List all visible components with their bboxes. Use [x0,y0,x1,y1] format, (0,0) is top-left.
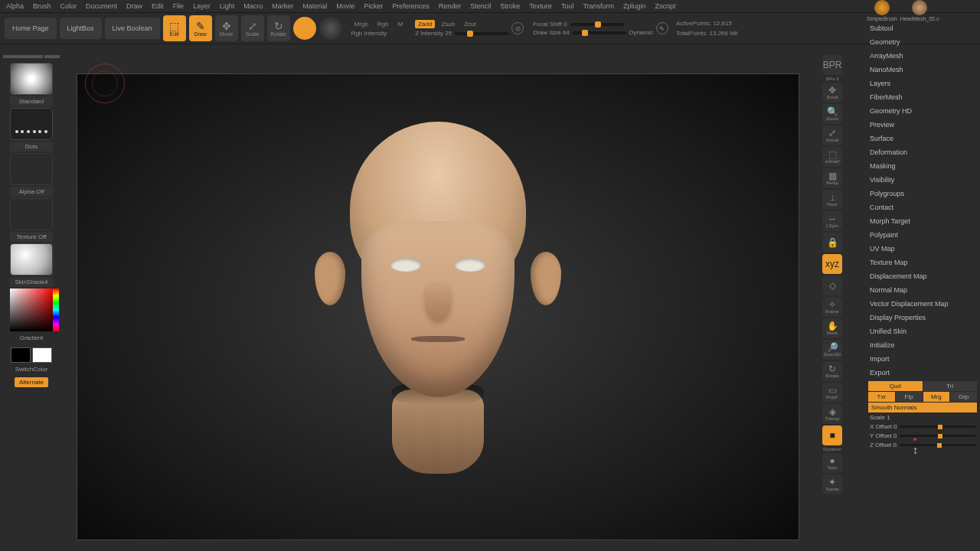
section-layers[interactable]: Layers [865,77,980,90]
menu-zplugin[interactable]: Zplugin [623,2,646,10]
texture-thumbnail[interactable] [10,198,53,230]
section-polypaint[interactable]: Polypaint [865,228,980,242]
zcut-toggle[interactable]: Zcut [461,20,479,28]
menu-color[interactable]: Color [60,2,77,10]
section-morph-target[interactable]: Morph Target [865,214,980,228]
menu-transform[interactable]: Transform [583,2,614,10]
menu-alpha[interactable]: Alpha [6,2,24,10]
viewport-rotate-button[interactable]: ↻Rotate [822,361,842,381]
alpha-thumbnail[interactable] [10,153,53,185]
material-swatch[interactable] [319,17,342,40]
viewport-zoom-button[interactable]: 🔍Zoom [822,104,842,124]
menu-layer[interactable]: Layer [193,2,211,10]
secondary-color-swatch[interactable] [11,347,31,363]
menu-brush[interactable]: Brush [33,2,51,10]
section-texture-map[interactable]: Texture Map [865,256,980,269]
brush-thumbnail[interactable] [10,63,53,95]
viewport-polyf-button[interactable]: ▭PolyF [822,383,842,403]
hue-slider[interactable] [53,289,59,331]
viewport-actual-button[interactable]: ⤢Actual [822,126,842,145]
section-subtool[interactable]: Subtool [865,21,980,35]
section-preview[interactable]: Preview [865,118,980,132]
viewport-floor-button[interactable]: ⟂Floor [822,190,842,210]
m-toggle[interactable]: M [395,20,407,28]
mrgb-toggle[interactable]: Mrgb [351,20,371,28]
section-display-properties[interactable]: Display Properties [865,311,980,324]
dynamic-icon[interactable]: ✎ [656,22,668,34]
section-unified-skin[interactable]: Unified Skin [865,324,980,338]
section-fibermesh[interactable]: FiberMesh [865,90,980,104]
menu-light[interactable]: Light [220,2,235,10]
menu-marker[interactable]: Marker [272,2,293,10]
section-initialize[interactable]: Initialize [865,338,980,352]
viewport[interactable] [77,73,799,540]
section-surface[interactable]: Surface [865,132,980,145]
menu-render[interactable]: Render [439,2,462,10]
menu-draw[interactable]: Draw [126,2,142,10]
menu-preferences[interactable]: Preferences [392,2,430,10]
viewport-xpose-button[interactable]: ✦Xpose [822,474,842,494]
scale-mode-button[interactable]: ⤢Scale [241,15,264,41]
viewport-zoom3d-button[interactable]: 🔎Zoom3D [822,340,842,360]
section-nanomesh[interactable]: NanoMesh [865,63,980,77]
viewport-aahalf-button[interactable]: ⬚AAHalf [822,147,842,167]
viewport-frame-button[interactable]: ✧Frame [822,297,842,317]
menu-tool[interactable]: Tool [561,2,574,10]
edit-mode-button[interactable]: ⬚Edit [163,15,186,41]
menu-macro[interactable]: Macro [243,2,263,10]
project-brush-thumb[interactable] [874,0,890,15]
viewport-■-button[interactable]: ■ [822,425,842,445]
section-deformation[interactable]: Deformation [865,145,980,159]
menu-zscript[interactable]: Zscript [655,2,676,10]
menu-file[interactable]: File [173,2,185,10]
menu-stroke[interactable]: Stroke [500,2,520,10]
zsub-toggle[interactable]: Zsub [438,20,458,28]
xoffset-slider[interactable] [900,425,975,428]
liveboolean-button[interactable]: Live Boolean [105,18,160,39]
export-txr-button[interactable]: Txr [868,392,895,402]
color-swatch[interactable] [293,17,316,40]
draw-mode-button[interactable]: ✎Draw [189,15,212,41]
viewport-scroll-button[interactable]: ✥Scroll [822,83,842,103]
section-normal-map[interactable]: Normal Map [865,283,980,297]
viewport-🔒-button[interactable]: 🔒 [822,233,842,253]
alternate-button[interactable]: Alternate [15,377,48,387]
stroke-thumbnail[interactable] [10,108,53,140]
export-qud-button[interactable]: Qud [868,381,923,391]
viewport-◇-button[interactable]: ◇ [822,276,842,295]
color-picker[interactable] [10,289,53,331]
move-mode-button[interactable]: ✥Move [215,15,238,41]
viewport-persp-button[interactable]: ▦Persp [822,168,842,188]
lightbox-button[interactable]: LightBox [60,18,102,39]
zoffset-slider[interactable] [900,444,975,446]
export-flp-button[interactable]: Flp [896,392,923,402]
section-export[interactable]: Export [865,366,980,380]
menu-picker[interactable]: Picker [364,2,383,10]
export-mrg-button[interactable]: Mrg [923,392,950,402]
section-uv-map[interactable]: UV Map [865,242,980,256]
menu-texture[interactable]: Texture [529,2,552,10]
export-tri-button[interactable]: Tri [923,381,978,391]
yoffset-slider[interactable] [900,435,975,437]
focal-shift-slider[interactable] [570,23,624,26]
section-geometry-hd[interactable]: Geometry HD [865,104,980,118]
draw-size-slider[interactable] [573,31,626,34]
menu-movie[interactable]: Movie [336,2,354,10]
section-import[interactable]: Import [865,352,980,366]
viewport-bpr-button[interactable]: BPR [822,55,842,75]
material-thumbnail[interactable] [10,243,53,276]
viewport-transp-button[interactable]: ◈Transp [822,404,842,424]
section-polygroups[interactable]: Polygroups [865,187,980,201]
rotate-mode-button[interactable]: ↻Rotate [267,15,290,41]
menu-stencil[interactable]: Stencil [470,2,491,10]
project-mesh-thumb[interactable] [912,0,927,15]
menu-document[interactable]: Document [86,2,117,10]
section-contact[interactable]: Contact [865,201,980,214]
zadd-toggle[interactable]: Zadd [415,20,435,28]
z-intensity-slider[interactable] [455,32,508,35]
section-masking[interactable]: Masking [865,159,980,173]
viewport-move-button[interactable]: ✋Move [822,318,842,338]
export-grp-button[interactable]: Grp [950,392,977,402]
home-button[interactable]: Home Page [5,18,57,39]
section-visibility[interactable]: Visibility [865,173,980,187]
